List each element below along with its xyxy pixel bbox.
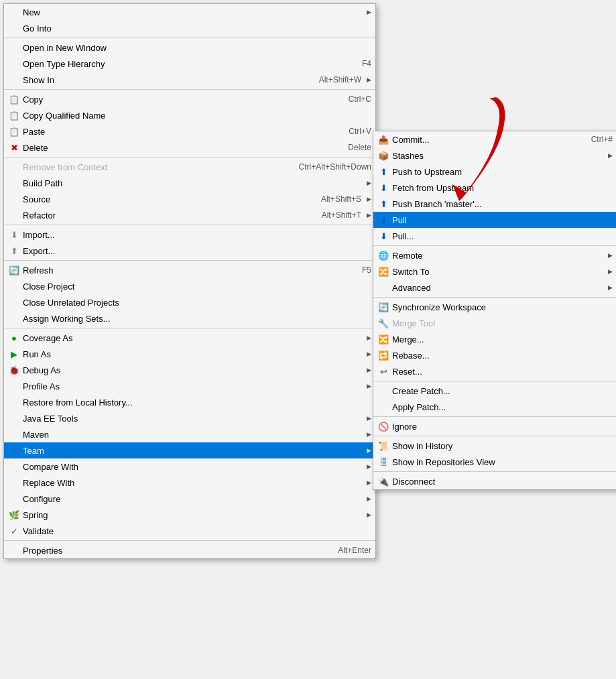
menu-item-label-ignore: Ignore <box>392 422 613 432</box>
copy-icon: 📋 <box>8 109 20 121</box>
menu-item-switch-to[interactable]: 🔀Switch To▶ <box>373 263 616 280</box>
menu-item-pull[interactable]: ⬇Pull <box>373 212 616 228</box>
menu-item-shortcut-open-type-hierarchy: F4 <box>362 59 371 68</box>
menu-item-label-show-in-repositories: Show in Repositories View <box>392 457 613 467</box>
menu-item-paste[interactable]: 📋PasteCtrl+V <box>4 123 375 139</box>
reset-icon: ↩ <box>377 365 389 377</box>
menu-separator <box>4 540 375 541</box>
merge-icon: 🔀 <box>377 333 389 345</box>
left-context-menu: New▶Go IntoOpen in New WindowOpen Type H… <box>3 3 376 559</box>
menu-item-shortcut-remove-from-context: Ctrl+Alt+Shift+Down <box>299 162 371 172</box>
menu-item-merge[interactable]: 🔀Merge... <box>373 331 616 347</box>
pull-icon: ⬇ <box>377 214 389 226</box>
merge-tool-icon: 🔧 <box>377 317 389 329</box>
menu-item-reset[interactable]: ↩Reset... <box>373 363 616 379</box>
menu-item-arrow-compare-with: ▶ <box>367 463 371 470</box>
menu-item-java-ee-tools[interactable]: Java EE Tools▶ <box>4 410 375 426</box>
stash-icon: 📦 <box>377 149 389 162</box>
no-icon <box>8 42 20 54</box>
menu-item-debug-as[interactable]: 🐞Debug As▶ <box>4 362 375 378</box>
no-icon <box>8 161 20 173</box>
menu-item-properties[interactable]: PropertiesAlt+Enter <box>4 542 375 558</box>
menu-item-spring[interactable]: 🌿Spring▶ <box>4 507 375 523</box>
menu-item-new[interactable]: New▶ <box>4 4 375 20</box>
menu-item-pull-dots[interactable]: ⬇Pull... <box>373 228 616 244</box>
import-icon: ⬇ <box>8 229 20 241</box>
menu-item-configure[interactable]: Configure▶ <box>4 491 375 507</box>
menu-item-maven[interactable]: Maven▶ <box>4 426 375 442</box>
menu-item-delete[interactable]: ✖DeleteDelete <box>4 139 375 156</box>
right-context-menu: 📤Commit...Ctrl+#📦Stashes▶⬆Push to Upstre… <box>373 131 616 490</box>
history-icon: 📜 <box>377 440 389 452</box>
menu-item-show-in-repositories[interactable]: 🗄Show in Repositories View <box>373 454 616 470</box>
menu-item-arrow-show-in: ▶ <box>367 76 371 83</box>
remote-icon: 🌐 <box>377 249 389 261</box>
menu-item-label-build-path: Build Path <box>23 178 361 188</box>
menu-item-show-in[interactable]: Show InAlt+Shift+W▶ <box>4 72 375 88</box>
menu-separator <box>373 436 616 436</box>
menu-item-apply-patch[interactable]: Apply Patch... <box>373 399 616 415</box>
menu-item-shortcut-commit: Ctrl+# <box>591 135 613 144</box>
menu-item-arrow-stashes: ▶ <box>608 152 613 159</box>
menu-item-push-branch[interactable]: ⬆Push Branch 'master'... <box>373 196 616 212</box>
menu-item-label-create-patch: Create Patch... <box>392 386 613 396</box>
menu-item-advanced[interactable]: Advanced▶ <box>373 280 616 296</box>
run-icon: ▶ <box>8 348 20 360</box>
no-icon <box>8 74 20 86</box>
no-icon <box>8 493 20 505</box>
menu-item-compare-with[interactable]: Compare With▶ <box>4 458 375 475</box>
menu-item-label-go-into: Go Into <box>23 23 371 34</box>
menu-item-rebase[interactable]: 🔁Rebase... <box>373 347 616 363</box>
menu-item-import[interactable]: ⬇Import... <box>4 227 375 243</box>
menu-item-create-patch[interactable]: Create Patch... <box>373 383 616 399</box>
menu-item-source[interactable]: SourceAlt+Shift+S▶ <box>4 191 375 207</box>
menu-item-arrow-profile-as: ▶ <box>367 383 371 389</box>
menu-item-profile-as[interactable]: Profile As▶ <box>4 378 375 394</box>
menu-item-ignore[interactable]: 🚫Ignore <box>373 418 616 434</box>
menu-item-restore-local-history[interactable]: Restore from Local History... <box>4 394 375 410</box>
menu-item-copy[interactable]: 📋CopyCtrl+C <box>4 91 375 107</box>
menu-item-fetch-upstream[interactable]: ⬇Fetch from Upstream <box>373 180 616 196</box>
menu-item-team[interactable]: Team▶ <box>4 442 375 458</box>
menu-item-arrow-run-as: ▶ <box>367 351 371 357</box>
menu-item-disconnect[interactable]: 🔌Disconnect <box>373 473 616 489</box>
menu-item-label-import: Import... <box>23 230 371 240</box>
menu-item-go-into[interactable]: Go Into <box>4 20 375 36</box>
menu-item-label-configure: Configure <box>23 494 361 504</box>
menu-item-label-fetch-upstream: Fetch from Upstream <box>392 183 613 193</box>
menu-item-build-path[interactable]: Build Path▶ <box>4 175 375 191</box>
menu-item-label-remove-from-context: Remove from Context <box>23 162 286 172</box>
no-icon <box>8 296 20 308</box>
menu-item-copy-qualified-name[interactable]: 📋Copy Qualified Name <box>4 107 375 123</box>
no-icon <box>8 477 20 489</box>
menu-item-replace-with[interactable]: Replace With▶ <box>4 475 375 491</box>
menu-separator <box>373 471 616 472</box>
export-icon: ⬆ <box>8 245 20 257</box>
debug-icon: 🐞 <box>8 364 20 376</box>
menu-separator <box>373 381 616 381</box>
menu-item-export[interactable]: ⬆Export... <box>4 243 375 259</box>
menu-item-commit[interactable]: 📤Commit...Ctrl+# <box>373 131 616 147</box>
menu-item-show-in-history[interactable]: 📜Show in History <box>373 438 616 454</box>
menu-item-label-remote: Remote <box>392 251 603 261</box>
menu-separator <box>4 328 375 328</box>
menu-item-arrow-build-path: ▶ <box>367 180 371 186</box>
menu-item-remote[interactable]: 🌐Remote▶ <box>373 247 616 263</box>
menu-item-coverage-as[interactable]: ●Coverage As▶ <box>4 330 375 346</box>
menu-item-open-new-window[interactable]: Open in New Window <box>4 40 375 56</box>
menu-item-run-as[interactable]: ▶Run As▶ <box>4 346 375 362</box>
menu-item-open-type-hierarchy[interactable]: Open Type HierarchyF4 <box>4 56 375 72</box>
menu-item-label-refactor: Refactor <box>23 210 308 221</box>
menu-item-close-project[interactable]: Close Project <box>4 278 375 294</box>
menu-item-assign-working-sets[interactable]: Assign Working Sets... <box>4 310 375 326</box>
menu-item-label-source: Source <box>23 194 308 204</box>
menu-item-stashes[interactable]: 📦Stashes▶ <box>373 147 616 164</box>
menu-item-close-unrelated-projects[interactable]: Close Unrelated Projects <box>4 294 375 310</box>
menu-item-push-upstream[interactable]: ⬆Push to Upstream <box>373 164 616 180</box>
menu-item-validate[interactable]: ✓Validate <box>4 523 375 539</box>
menu-item-label-copy-qualified-name: Copy Qualified Name <box>23 111 371 121</box>
menu-item-synchronize-workspace[interactable]: 🔄Synchronize Workspace <box>373 299 616 315</box>
menu-item-refresh[interactable]: 🔄RefreshF5 <box>4 262 375 278</box>
menu-item-shortcut-copy: Ctrl+C <box>349 95 371 104</box>
menu-item-refactor[interactable]: RefactorAlt+Shift+T▶ <box>4 207 375 223</box>
